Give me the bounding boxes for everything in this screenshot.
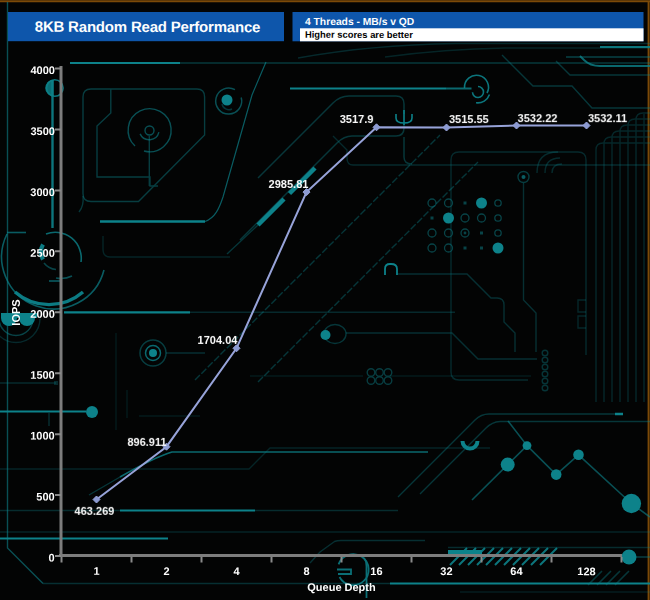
svg-text:2500: 2500 bbox=[30, 247, 54, 259]
svg-text:2000: 2000 bbox=[30, 308, 54, 320]
svg-text:16: 16 bbox=[370, 565, 382, 577]
svg-text:463.269: 463.269 bbox=[75, 504, 115, 516]
svg-text:2985.81: 2985.81 bbox=[269, 177, 309, 189]
svg-text:1000: 1000 bbox=[30, 430, 54, 442]
svg-text:1500: 1500 bbox=[30, 369, 54, 381]
svg-text:4: 4 bbox=[233, 565, 240, 577]
svg-text:3515.55: 3515.55 bbox=[449, 113, 489, 125]
svg-text:3500: 3500 bbox=[30, 125, 54, 137]
svg-text:128: 128 bbox=[577, 565, 595, 577]
svg-text:500: 500 bbox=[36, 491, 54, 503]
svg-text:3000: 3000 bbox=[30, 186, 54, 198]
svg-text:1: 1 bbox=[93, 565, 99, 577]
svg-text:Queue Depth: Queue Depth bbox=[307, 581, 376, 593]
svg-text:1704.04: 1704.04 bbox=[198, 334, 239, 346]
svg-text:8: 8 bbox=[303, 565, 309, 577]
svg-text:0: 0 bbox=[49, 552, 55, 564]
svg-text:896.911: 896.911 bbox=[127, 436, 166, 448]
svg-text:64: 64 bbox=[510, 565, 523, 577]
svg-text:4 Threads - MB/s v QD: 4 Threads - MB/s v QD bbox=[305, 16, 414, 27]
svg-text:3517.9: 3517.9 bbox=[340, 113, 374, 125]
svg-text:Higher scores are better: Higher scores are better bbox=[305, 29, 413, 40]
svg-text:IOPS: IOPS bbox=[10, 299, 22, 325]
svg-text:3532.11: 3532.11 bbox=[588, 112, 627, 124]
svg-text:4000: 4000 bbox=[30, 64, 54, 76]
svg-text:2: 2 bbox=[163, 565, 169, 577]
svg-text:3532.22: 3532.22 bbox=[518, 112, 558, 124]
svg-text:8KB Random Read Performance: 8KB Random Read Performance bbox=[35, 18, 261, 35]
svg-text:32: 32 bbox=[440, 565, 452, 577]
